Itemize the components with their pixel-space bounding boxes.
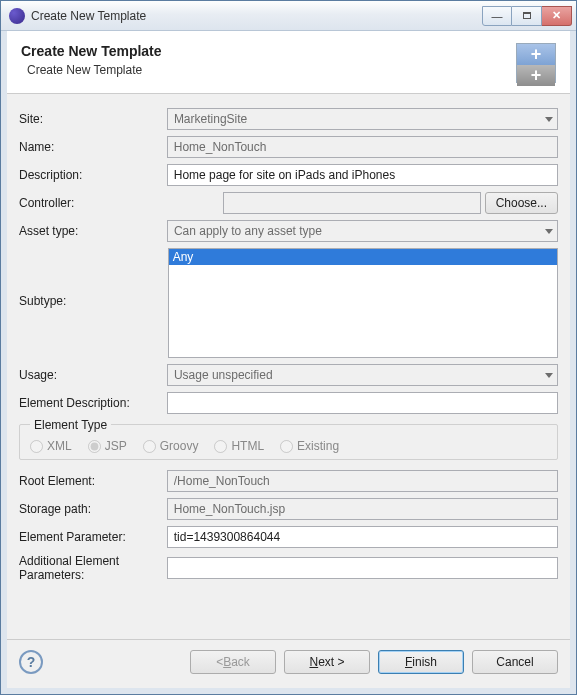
dialog-footer: ? < Back Next > Finish Cancel	[7, 639, 570, 688]
site-combo[interactable]: MarketingSite	[167, 108, 558, 130]
close-button[interactable]: ✕	[542, 6, 572, 26]
subtype-listbox[interactable]: Any	[168, 248, 558, 358]
form-content: Site: MarketingSite Name: Description: C…	[7, 94, 570, 639]
chevron-down-icon	[545, 229, 553, 234]
controller-label: Controller:	[19, 196, 219, 210]
root-element-input[interactable]	[167, 470, 558, 492]
root-element-label: Root Element:	[19, 474, 163, 488]
window-controls: — ✕	[482, 6, 572, 26]
minimize-button[interactable]: —	[482, 6, 512, 26]
window-frame: Create New Template Create New Template …	[1, 31, 576, 694]
chevron-down-icon	[545, 117, 553, 122]
next-button[interactable]: Next >	[284, 650, 370, 674]
element-parameter-label: Element Parameter:	[19, 530, 163, 544]
radio-existing[interactable]: Existing	[280, 439, 339, 453]
name-input[interactable]	[167, 136, 558, 158]
element-description-label: Element Description:	[19, 396, 163, 410]
template-wizard-icon: + +	[516, 43, 556, 83]
header-title: Create New Template	[21, 43, 516, 59]
element-description-input[interactable]	[167, 392, 558, 414]
header-subtitle: Create New Template	[21, 63, 516, 77]
element-type-options: XML JSP Groovy HTML Existing	[30, 439, 547, 453]
asset-type-label: Asset type:	[19, 224, 163, 238]
radio-html[interactable]: HTML	[214, 439, 264, 453]
radio-groovy[interactable]: Groovy	[143, 439, 199, 453]
back-button[interactable]: < Back	[190, 650, 276, 674]
radio-jsp[interactable]: JSP	[88, 439, 127, 453]
cancel-button[interactable]: Cancel	[472, 650, 558, 674]
list-item[interactable]: Any	[169, 249, 557, 265]
description-label: Description:	[19, 168, 163, 182]
radio-xml[interactable]: XML	[30, 439, 72, 453]
description-input[interactable]	[167, 164, 558, 186]
element-type-legend: Element Type	[30, 418, 111, 432]
element-parameter-input[interactable]	[167, 526, 558, 548]
chevron-down-icon	[545, 373, 553, 378]
storage-path-label: Storage path:	[19, 502, 163, 516]
finish-button[interactable]: Finish	[378, 650, 464, 674]
additional-params-input[interactable]	[167, 557, 558, 579]
subtype-label: Subtype:	[19, 248, 164, 308]
element-type-group: Element Type XML JSP Groovy HTML Existin…	[19, 424, 558, 460]
asset-type-combo[interactable]: Can apply to any asset type	[167, 220, 558, 242]
usage-label: Usage:	[19, 368, 163, 382]
usage-combo[interactable]: Usage unspecified	[167, 364, 558, 386]
dialog-header: Create New Template Create New Template …	[7, 31, 570, 94]
name-label: Name:	[19, 140, 163, 154]
help-icon[interactable]: ?	[19, 650, 43, 674]
storage-path-input[interactable]	[167, 498, 558, 520]
choose-button[interactable]: Choose...	[485, 192, 558, 214]
additional-params-label: Additional Element Parameters:	[19, 554, 163, 582]
eclipse-icon	[9, 8, 25, 24]
dialog-window: Create New Template — ✕ Create New Templ…	[0, 0, 577, 695]
window-title: Create New Template	[31, 9, 482, 23]
title-bar[interactable]: Create New Template — ✕	[1, 1, 576, 31]
site-label: Site:	[19, 112, 163, 126]
controller-input[interactable]	[223, 192, 481, 214]
maximize-button[interactable]	[512, 6, 542, 26]
